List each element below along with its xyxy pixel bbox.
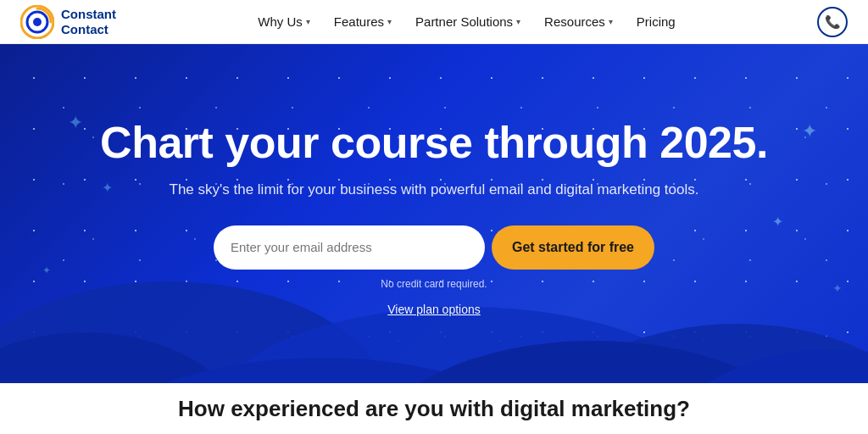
phone-icon: 📞 xyxy=(825,14,841,30)
phone-button[interactable]: 📞 xyxy=(817,7,848,37)
hero-title: Chart your course through 2025. xyxy=(100,119,768,167)
star-decoration: ✦ xyxy=(68,112,83,134)
star-decoration: ✦ xyxy=(802,120,817,142)
nav-item-partner-solutions[interactable]: Partner Solutions ▾ xyxy=(405,9,531,34)
logo-icon xyxy=(20,5,54,39)
chevron-down-icon: ▾ xyxy=(516,17,520,26)
below-hero-section: How experienced are you with digital mar… xyxy=(0,383,868,434)
hero-form: Get started for free xyxy=(100,225,768,270)
hero-subtitle: The sky's the limit for your business wi… xyxy=(100,181,768,198)
navbar: Constant Contact Why Us ▾ Features ▾ Par… xyxy=(0,0,868,44)
get-started-button[interactable]: Get started for free xyxy=(492,225,654,270)
view-plan-options-link[interactable]: View plan options xyxy=(387,303,480,316)
below-hero-title: How experienced are you with digital mar… xyxy=(178,396,690,422)
nav-item-pricing[interactable]: Pricing xyxy=(626,9,686,34)
email-input[interactable] xyxy=(214,225,485,270)
hero-section: ✦ ✦ ✦ ✦ ✦ ✦ Chart your course through 20… xyxy=(0,44,868,383)
logo-text: Constant Contact xyxy=(61,7,116,37)
nav-item-features[interactable]: Features ▾ xyxy=(324,9,402,34)
svg-point-2 xyxy=(33,18,42,26)
chevron-down-icon: ▾ xyxy=(306,17,310,26)
star-decoration: ✦ xyxy=(772,214,783,230)
nav-menu: Why Us ▾ Features ▾ Partner Solutions ▾ … xyxy=(248,9,685,34)
chevron-down-icon: ▾ xyxy=(609,17,613,26)
hero-content: Chart your course through 2025. The sky'… xyxy=(100,119,768,316)
chevron-down-icon: ▾ xyxy=(387,17,392,26)
nav-item-why-us[interactable]: Why Us ▾ xyxy=(248,9,320,34)
logo-link[interactable]: Constant Contact xyxy=(20,5,116,39)
nav-item-resources[interactable]: Resources ▾ xyxy=(534,9,623,34)
no-credit-card-text: No credit card required. xyxy=(100,278,768,290)
